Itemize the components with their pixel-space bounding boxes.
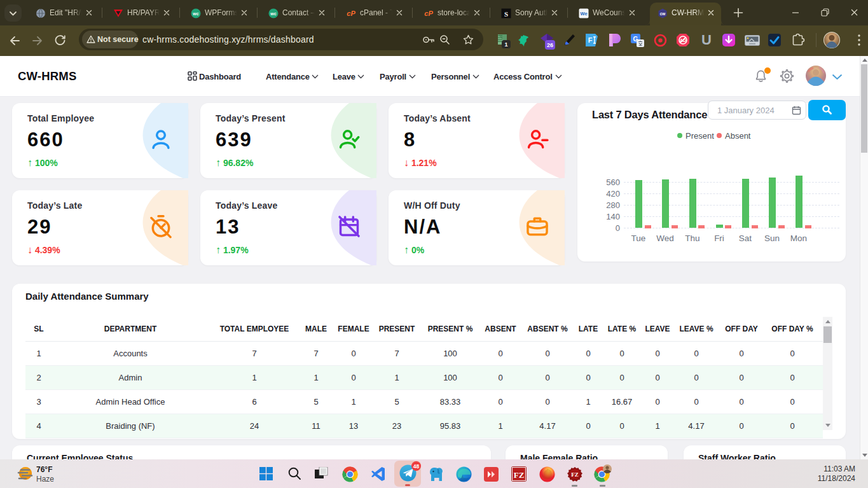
svg-text:1: 1 [504, 41, 507, 48]
svg-text:cP: cP [424, 10, 433, 17]
svg-text:26: 26 [547, 42, 553, 48]
svg-text:FZ: FZ [514, 470, 525, 480]
svg-text:We: We [580, 11, 587, 17]
svg-text:F: F [588, 36, 593, 44]
svg-text:AD: AD [680, 38, 686, 43]
svg-text:S: S [504, 10, 508, 18]
svg-text:wc: wc [192, 11, 198, 16]
svg-text:cP: cP [347, 10, 355, 17]
svg-text:FZ: FZ [571, 471, 579, 478]
svg-text:wc: wc [270, 11, 276, 16]
svg-text:cw: cw [660, 11, 666, 16]
